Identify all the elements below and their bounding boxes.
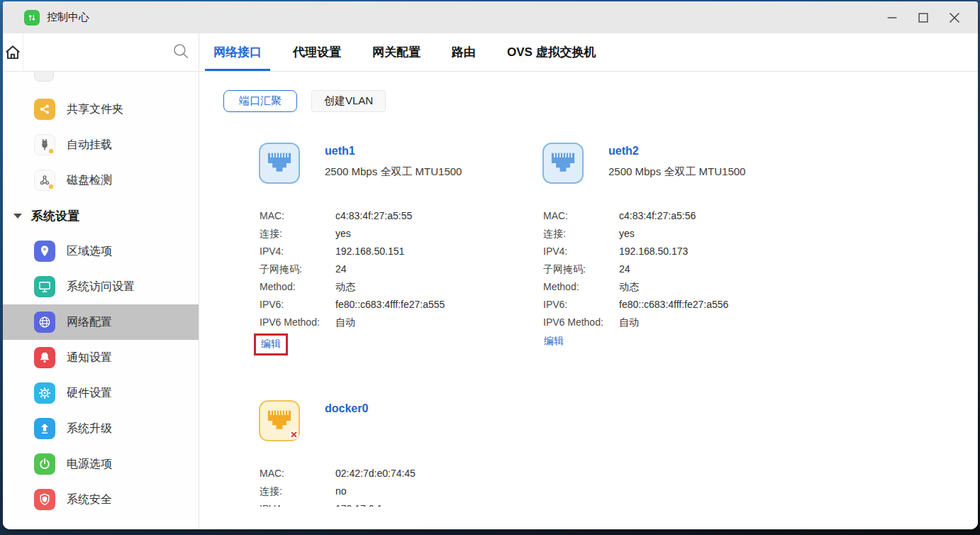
tab-gateway-config[interactable]: 网关配置: [364, 33, 429, 71]
ethernet-port-icon: [542, 143, 584, 184]
sidebar-item-network-config[interactable]: 网络配置: [3, 304, 199, 340]
card-header: docker0: [259, 400, 542, 441]
detail-value: 动态: [619, 278, 639, 296]
detail-label: 连接:: [260, 482, 335, 500]
search-input[interactable]: [30, 46, 172, 58]
tab-label: 代理设置: [293, 44, 341, 60]
card-header: ueth12500 Mbps 全双工 MTU1500: [259, 143, 542, 184]
detail-row: Method:动态: [260, 278, 542, 296]
sidebar-item-notifications[interactable]: 通知设置: [3, 340, 199, 375]
sidebar-item-label: 硬件设置: [67, 386, 112, 401]
globe-icon: [34, 311, 55, 333]
card-head-text: ueth22500 Mbps 全双工 MTU1500: [608, 143, 745, 184]
control-center-app-icon: [24, 10, 40, 26]
interface-name-link[interactable]: ueth2: [608, 145, 745, 158]
card-header: ueth22500 Mbps 全双工 MTU1500: [542, 143, 826, 184]
detail-label: IPV6 Method:: [543, 314, 619, 331]
detail-row: IPV4:192.168.50.151: [260, 243, 542, 260]
detail-value: 02:42:7d:e0:74:45: [335, 465, 416, 482]
interface-details: MAC:c4:83:4f:27:a5:55连接:yesIPV4:192.168.…: [259, 207, 542, 331]
card-head-text: docker0: [325, 400, 368, 441]
window-title: 控制中心: [47, 11, 89, 24]
interface-subtitle: 2500 Mbps 全双工 MTU1500: [608, 165, 745, 179]
detail-label: IPV4:: [260, 500, 335, 507]
detail-value: 192.168.50.173: [619, 243, 688, 260]
tab-label: 路由: [452, 44, 476, 60]
sidebar-item-system-access[interactable]: 系统访问设置: [3, 269, 199, 304]
detail-value: 自动: [619, 314, 639, 331]
search-icon[interactable]: [172, 42, 190, 63]
nav-row: 网络接口代理设置网关配置路由OVS 虚拟交换机: [3, 33, 978, 72]
interface-details: MAC:c4:83:4f:27:a5:56连接:yesIPV4:192.168.…: [542, 207, 826, 331]
sidebar-item-system-security[interactable]: 系统安全: [3, 482, 199, 517]
detail-row: IPV6 Method:自动: [543, 314, 826, 331]
sidebar-item-label: 系统访问设置: [67, 280, 135, 294]
body-row: 共享文件夹自动挂载磁盘检测系统设置区域选项系统访问设置网络配置通知设置硬件设置系…: [3, 72, 978, 529]
detail-value: 自动: [335, 314, 355, 331]
sidebar-item-label: 电源选项: [67, 457, 112, 472]
tab-network-interface[interactable]: 网络接口: [205, 33, 270, 71]
detail-label: IPV4:: [260, 243, 335, 260]
red-highlight-box: 编辑: [254, 333, 288, 355]
detail-row: IPV6:fe80::c683:4fff:fe27:a555: [260, 296, 542, 314]
sidebar-list: 共享文件夹自动挂载磁盘检测系统设置区域选项系统访问设置网络配置通知设置硬件设置系…: [3, 92, 199, 517]
card-head-text: ueth12500 Mbps 全双工 MTU1500: [325, 143, 462, 184]
detail-value: c4:83:4f:27:a5:56: [619, 207, 696, 225]
sidebar-item-label: 共享文件夹: [67, 102, 123, 117]
detail-value: yes: [335, 225, 351, 243]
tab-bar: 网络接口代理设置网关配置路由OVS 虚拟交换机: [199, 33, 978, 71]
edit-link[interactable]: 编辑: [544, 335, 564, 346]
detail-label: IPV6 Method:: [260, 314, 335, 331]
edit-link[interactable]: 编辑: [261, 338, 281, 349]
detail-row: 连接:yes: [260, 225, 542, 243]
tab-label: OVS 虚拟交换机: [507, 44, 596, 60]
detail-value: c4:83:4f:27:a5:55: [335, 207, 412, 225]
detail-row: IPV6:fe80::c683:4fff:fe27:a556: [543, 296, 826, 314]
maximize-button[interactable]: [915, 10, 931, 26]
tab-ovs-switch[interactable]: OVS 虚拟交换机: [499, 33, 605, 71]
monitor-icon: [34, 276, 55, 297]
detail-row: IPV6 Method:自动: [260, 314, 542, 331]
sidebar-item-hardware[interactable]: 硬件设置: [3, 375, 199, 411]
sidebar-item-auto-mount[interactable]: 自动挂载: [3, 127, 199, 162]
minimize-button[interactable]: [884, 10, 900, 26]
sidebar-item-label: 系统安全: [67, 492, 112, 507]
sidebar-item-region-options[interactable]: 区域选项: [3, 233, 199, 269]
detail-row: IPV4:172.17.0.1: [260, 500, 542, 507]
sidebar-item-disk-check[interactable]: 磁盘检测: [3, 162, 199, 198]
close-button[interactable]: [947, 10, 962, 26]
shield-icon: [34, 489, 55, 510]
sidebar-item-shared-folders[interactable]: 共享文件夹: [3, 92, 199, 127]
detail-label: 子网掩码:: [543, 260, 619, 278]
share-icon: [34, 99, 55, 120]
detail-label: IPV6:: [260, 296, 335, 314]
detail-value: 24: [335, 260, 347, 278]
interface-details: MAC:02:42:7d:e0:74:45连接:noIPV4:172.17.0.…: [259, 465, 542, 507]
port-aggregation-button[interactable]: 端口汇聚: [223, 90, 297, 112]
sidebar-item-power-options[interactable]: 电源选项: [3, 446, 199, 482]
detail-row: MAC:02:42:7d:e0:74:45: [260, 465, 542, 482]
sidebar-item-system-upgrade[interactable]: 系统升级: [3, 411, 199, 446]
detail-label: IPV4:: [543, 243, 619, 260]
detail-label: 连接:: [260, 225, 335, 243]
sidebar-item-label: 磁盘检测: [67, 173, 112, 188]
edit-row: 编辑: [259, 334, 542, 355]
sidebar-section-system-settings[interactable]: 系统设置: [3, 198, 199, 233]
sidebar-header: [3, 33, 199, 71]
interface-subtitle: 2500 Mbps 全双工 MTU1500: [325, 165, 462, 179]
ethernet-port-icon: [259, 143, 300, 184]
detail-value: 动态: [335, 278, 355, 296]
detail-row: 连接:no: [260, 482, 542, 500]
toolbar: 端口汇聚 创建VLAN: [223, 90, 978, 112]
create-vlan-button[interactable]: 创建VLAN: [311, 90, 386, 112]
interface-name-link[interactable]: docker0: [325, 402, 368, 415]
interface-name-link[interactable]: ueth1: [325, 145, 462, 158]
detail-value: fe80::c683:4fff:fe27:a555: [335, 296, 445, 314]
network-interface-panel: 端口汇聚 创建VLAN ueth12500 Mbps 全双工 MTU1500MA…: [199, 72, 978, 507]
detail-value: 172.17.0.1: [335, 500, 382, 507]
tab-routing[interactable]: 路由: [443, 33, 484, 71]
power-icon: [34, 453, 55, 475]
home-button[interactable]: [3, 43, 23, 62]
detail-label: Method:: [543, 278, 619, 296]
tab-proxy-settings[interactable]: 代理设置: [284, 33, 350, 71]
